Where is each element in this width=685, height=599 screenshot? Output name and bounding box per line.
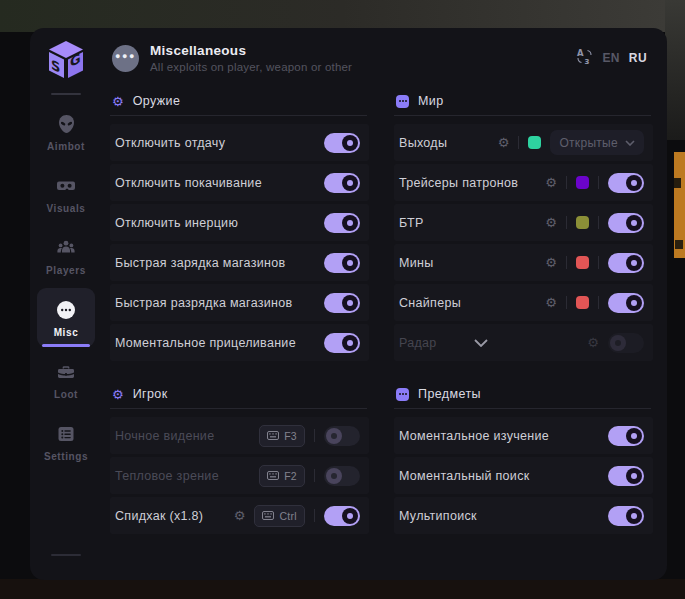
gear-icon[interactable]: ⚙ xyxy=(587,336,599,349)
section-world: Мир Выходы ⚙ Открытые xyxy=(394,88,653,361)
color-swatch[interactable] xyxy=(576,176,589,189)
feature-label: Быстрая разрядка магазинов xyxy=(115,296,293,310)
section-divider xyxy=(110,408,367,409)
sidebar-item-players[interactable]: Players xyxy=(37,226,95,285)
keyboard-icon xyxy=(262,511,274,520)
page-header: ●●● Miscellaneous All exploits on player… xyxy=(110,41,653,73)
main-area: ●●● Miscellaneous All exploits on player… xyxy=(102,28,667,580)
toggle-switch[interactable] xyxy=(608,333,644,353)
toggle-switch[interactable] xyxy=(324,133,360,153)
screen: S G Aimbot Visuals Players xyxy=(0,0,685,599)
keybind-badge[interactable]: Ctrl xyxy=(254,505,305,527)
vr-goggles-icon xyxy=(56,176,76,196)
lang-en-button[interactable]: EN xyxy=(602,51,619,65)
section-header: Предметы xyxy=(394,381,653,406)
gear-icon[interactable]: ⚙ xyxy=(545,296,557,309)
section-title: Мир xyxy=(418,94,444,108)
lang-ru-button[interactable]: RU xyxy=(629,51,647,65)
color-swatch[interactable] xyxy=(576,256,589,269)
dots-icon xyxy=(396,388,409,401)
gear-icon: ⚙ xyxy=(112,388,124,401)
left-column: ⚙ Оружие Отключить отдачу Отключить пока… xyxy=(110,88,369,580)
section-weapon: ⚙ Оружие Отключить отдачу Отключить пока… xyxy=(110,88,369,361)
toggle-switch[interactable] xyxy=(608,253,644,273)
feature-label: Радар xyxy=(399,336,437,350)
section-divider xyxy=(394,408,651,409)
keyboard-icon xyxy=(267,471,279,480)
gear-icon[interactable]: ⚙ xyxy=(545,216,557,229)
sidebar-item-misc[interactable]: Misc xyxy=(37,288,95,347)
list-icon xyxy=(56,424,76,444)
expand-chevron-icon[interactable] xyxy=(474,339,514,347)
toggle-switch[interactable] xyxy=(324,506,360,526)
feature-label: Отключить инерцию xyxy=(115,216,238,230)
feature-row: Моментальное изучение xyxy=(394,417,653,454)
feature-label: Мультипоиск xyxy=(399,509,477,523)
feature-label: Отключить отдачу xyxy=(115,136,225,150)
page-title: Miscellaneous xyxy=(150,43,352,58)
toggle-switch[interactable] xyxy=(324,466,360,486)
feature-label: Моментальное прицеливание xyxy=(115,336,296,350)
toggle-switch[interactable] xyxy=(608,426,644,446)
toggle-switch[interactable] xyxy=(608,466,644,486)
section-title: Оружие xyxy=(133,94,181,108)
toggle-switch[interactable] xyxy=(324,253,360,273)
toggle-switch[interactable] xyxy=(324,173,360,193)
sidebar-item-label: Aimbot xyxy=(47,141,85,152)
toggle-switch[interactable] xyxy=(608,213,644,233)
feature-label: Трейсеры патронов xyxy=(399,176,518,190)
toggle-switch[interactable] xyxy=(324,213,360,233)
feature-row: Быстрая зарядка магазинов xyxy=(110,244,369,281)
gear-icon: ⚙ xyxy=(112,95,124,108)
sg-cube-logo: S G xyxy=(44,38,88,82)
right-column: Мир Выходы ⚙ Открытые xyxy=(394,88,653,580)
keybind-badge[interactable]: F2 xyxy=(259,465,305,487)
gear-icon[interactable]: ⚙ xyxy=(498,136,510,149)
keybind-badge[interactable]: F3 xyxy=(259,425,305,447)
svg-text:S: S xyxy=(51,56,60,76)
sidebar-divider xyxy=(51,93,81,95)
toggle-switch[interactable] xyxy=(608,173,644,193)
color-swatch[interactable] xyxy=(528,136,541,149)
feature-label: Моментальный поиск xyxy=(399,469,529,483)
game-background-right xyxy=(665,0,685,140)
cheat-menu-window: S G Aimbot Visuals Players xyxy=(30,28,667,580)
toggle-switch[interactable] xyxy=(324,426,360,446)
feature-row: Снайперы ⚙ xyxy=(394,284,653,321)
gear-icon[interactable]: ⚙ xyxy=(545,176,557,189)
sidebar-item-visuals[interactable]: Visuals xyxy=(37,164,95,223)
sidebar-item-aimbot[interactable]: Aimbot xyxy=(37,102,95,161)
feature-row: Спидхак (x1.8) ⚙ Ctrl xyxy=(110,497,369,534)
section-header: ⚙ Оружие xyxy=(110,88,369,113)
toggle-switch[interactable] xyxy=(324,293,360,313)
color-swatch[interactable] xyxy=(576,216,589,229)
sidebar-bottom-divider xyxy=(51,554,81,556)
game-background-bottom xyxy=(0,579,685,599)
ellipsis-circle-icon: ●●● xyxy=(112,45,139,72)
color-swatch[interactable] xyxy=(576,296,589,309)
feature-row: Радар ⚙ xyxy=(394,324,653,361)
keyboard-icon xyxy=(267,431,279,440)
toggle-switch[interactable] xyxy=(324,333,360,353)
chevron-down-icon xyxy=(625,140,635,146)
gear-icon[interactable]: ⚙ xyxy=(545,256,557,269)
sidebar-item-loot[interactable]: Loot xyxy=(37,350,95,409)
toggle-switch[interactable] xyxy=(608,293,644,313)
toggle-switch[interactable] xyxy=(608,506,644,526)
feature-label: Тепловое зрение xyxy=(115,469,219,483)
feature-row: Моментальный поиск xyxy=(394,457,653,494)
feature-row: Выходы ⚙ Открытые xyxy=(394,124,653,161)
translate-icon: A з xyxy=(576,48,593,69)
exits-mode-dropdown[interactable]: Открытые xyxy=(550,130,644,155)
section-header: Мир xyxy=(394,88,653,113)
gear-icon[interactable]: ⚙ xyxy=(234,509,246,522)
feature-row: Быстрая разрядка магазинов xyxy=(110,284,369,321)
sidebar-item-label: Visuals xyxy=(46,203,85,214)
svg-text:з: з xyxy=(585,55,590,65)
sidebar-item-settings[interactable]: Settings xyxy=(37,412,95,471)
feature-label: Спидхак (x1.8) xyxy=(115,509,203,523)
section-header: ⚙ Игрок xyxy=(110,381,369,406)
feature-label: Мины xyxy=(399,256,433,270)
sidebar-item-label: Misc xyxy=(54,327,79,338)
feature-label: Выходы xyxy=(399,136,447,150)
